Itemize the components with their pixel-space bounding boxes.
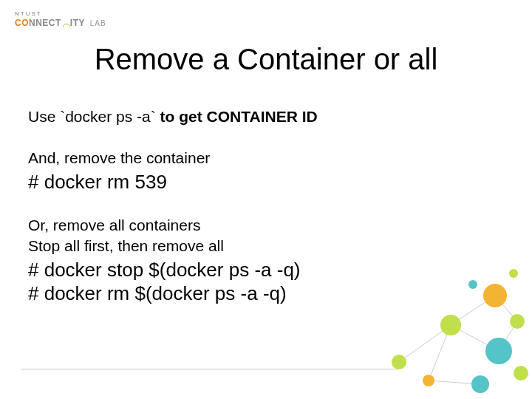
text-bold: to get CONTAINER ID [160, 108, 318, 125]
body-line-1: Use `docker ps -a` to get CONTAINER ID [28, 107, 488, 126]
command-line: # docker rm $(docker ps -a -q) [28, 282, 488, 306]
svg-point-13 [423, 375, 434, 386]
svg-point-16 [509, 269, 518, 278]
wifi-icon [61, 19, 70, 28]
body-line-4: Stop all first, then remove all [28, 236, 488, 256]
svg-line-0 [399, 325, 451, 362]
slide: NTUST CONNECTITY LAB Remove a Container … [0, 0, 532, 399]
svg-point-10 [510, 314, 525, 329]
logo-lab: LAB [90, 19, 106, 27]
slide-body: Use `docker ps -a` to get CONTAINER ID A… [28, 107, 488, 306]
svg-point-12 [471, 375, 489, 393]
svg-line-2 [451, 325, 499, 351]
svg-line-5 [429, 381, 480, 384]
logo-ntust: NTUST [15, 10, 106, 17]
logo-letter: NNECT [29, 18, 61, 28]
svg-point-8 [440, 315, 461, 335]
text: Use `docker ps -a` [28, 108, 160, 125]
logo: NTUST CONNECTITY LAB [15, 10, 106, 28]
logo-letter: C [15, 18, 21, 28]
command-line: # docker stop $(docker ps -a -q) [28, 258, 488, 282]
command-line: # docker rm 539 [28, 170, 488, 194]
svg-line-4 [499, 321, 517, 351]
body-line-3: Or, remove all containers [28, 216, 488, 235]
footer-divider [21, 369, 399, 369]
svg-line-6 [429, 325, 451, 381]
svg-point-14 [514, 366, 528, 381]
body-line-2: And, remove the container [28, 149, 488, 168]
svg-point-7 [392, 355, 406, 369]
svg-point-11 [485, 338, 512, 364]
svg-line-3 [495, 296, 517, 321]
logo-brand: CONNECTITY [15, 18, 88, 28]
logo-letter: O [21, 18, 29, 28]
slide-title: Remove a Container or all [0, 43, 532, 76]
logo-letter: TY [73, 18, 85, 28]
